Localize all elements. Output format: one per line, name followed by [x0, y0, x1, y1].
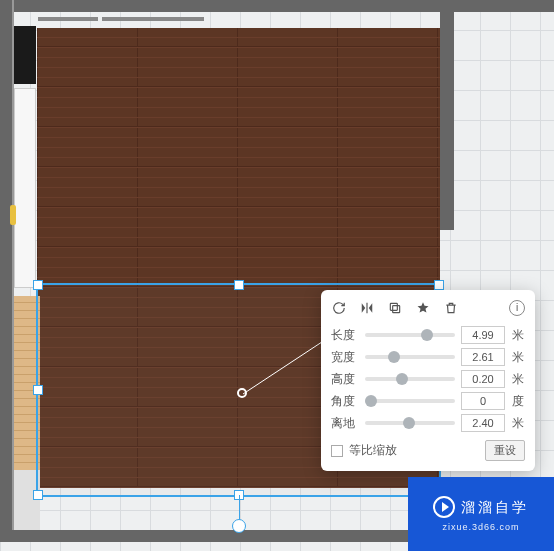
- property-row-1: 宽度2.61米: [331, 348, 525, 366]
- resize-handle-tr[interactable]: [434, 280, 444, 290]
- property-slider[interactable]: [365, 333, 455, 337]
- window-marker: [38, 17, 98, 21]
- rotate-icon[interactable]: [331, 300, 347, 316]
- property-row-3: 角度0度: [331, 392, 525, 410]
- resize-handle-tm[interactable]: [234, 280, 244, 290]
- property-row-2: 高度0.20米: [331, 370, 525, 388]
- wall-left: [0, 0, 14, 540]
- resize-handle-tl[interactable]: [33, 280, 43, 290]
- property-slider[interactable]: [365, 399, 455, 403]
- wall-top: [0, 0, 554, 12]
- copy-icon[interactable]: [387, 300, 403, 316]
- property-slider[interactable]: [365, 377, 455, 381]
- property-panel: i 长度4.99米宽度2.61米高度0.20米角度0度离地2.40米 等比缩放 …: [321, 290, 535, 471]
- property-unit: 米: [511, 371, 525, 388]
- delete-icon[interactable]: [443, 300, 459, 316]
- window-marker: [102, 17, 204, 21]
- proportional-checkbox[interactable]: [331, 445, 343, 457]
- property-label: 离地: [331, 415, 359, 432]
- resize-handle-ml[interactable]: [33, 385, 43, 395]
- proportional-label: 等比缩放: [349, 442, 397, 459]
- wall-right: [440, 0, 454, 230]
- info-icon[interactable]: i: [509, 300, 525, 316]
- property-value[interactable]: 0: [461, 392, 505, 410]
- play-icon: [433, 496, 455, 518]
- property-unit: 米: [511, 327, 525, 344]
- property-slider[interactable]: [365, 421, 455, 425]
- cabinet-dark: [14, 26, 36, 84]
- resize-handle-bl[interactable]: [33, 490, 43, 500]
- svg-rect-2: [390, 303, 397, 310]
- center-anchor[interactable]: [237, 388, 247, 398]
- property-unit: 度: [511, 393, 525, 410]
- property-label: 角度: [331, 393, 359, 410]
- property-value[interactable]: 4.99: [461, 326, 505, 344]
- watermark-title: 溜溜自学: [461, 499, 529, 517]
- mirror-icon[interactable]: [359, 300, 375, 316]
- rotate-handle[interactable]: [232, 519, 246, 533]
- property-label: 高度: [331, 371, 359, 388]
- watermark: 溜溜自学 zixue.3d66.com: [408, 477, 554, 551]
- reset-button[interactable]: 重设: [485, 440, 525, 461]
- decor-yellow: [10, 205, 16, 225]
- cabinet-white: [14, 88, 36, 288]
- property-unit: 米: [511, 415, 525, 432]
- property-value[interactable]: 0.20: [461, 370, 505, 388]
- property-slider[interactable]: [365, 355, 455, 359]
- property-row-0: 长度4.99米: [331, 326, 525, 344]
- favorite-icon[interactable]: [415, 300, 431, 316]
- panel-toolbar: i: [331, 298, 525, 318]
- property-value[interactable]: 2.40: [461, 414, 505, 432]
- watermark-sub: zixue.3d66.com: [442, 522, 519, 532]
- property-label: 宽度: [331, 349, 359, 366]
- property-unit: 米: [511, 349, 525, 366]
- property-value[interactable]: 2.61: [461, 348, 505, 366]
- property-row-4: 离地2.40米: [331, 414, 525, 432]
- property-label: 长度: [331, 327, 359, 344]
- canvas-grid[interactable]: i 长度4.99米宽度2.61米高度0.20米角度0度离地2.40米 等比缩放 …: [0, 0, 554, 551]
- svg-rect-1: [393, 306, 400, 313]
